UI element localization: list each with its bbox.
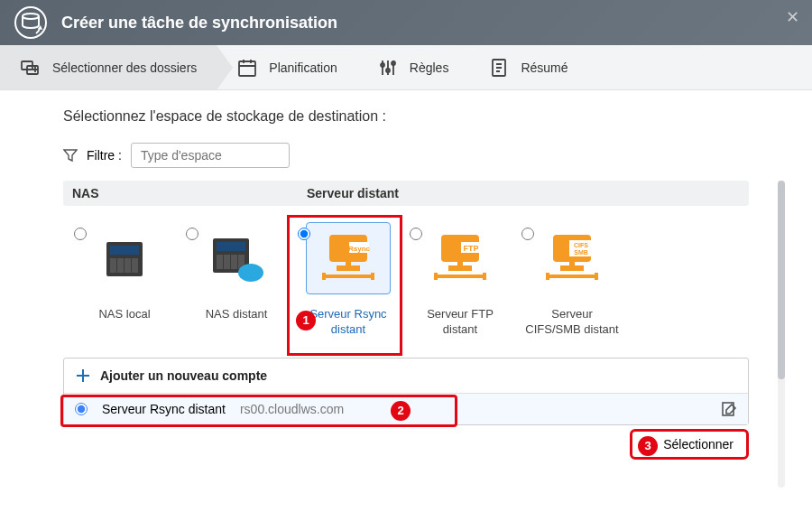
add-account-button[interactable]: Ajouter un nouveau compte	[64, 358, 748, 394]
page-subtitle: Sélectionnez l'espace de stockage de des…	[63, 108, 749, 125]
radio-nas-local[interactable]	[74, 228, 87, 240]
group-nas-label: NAS	[72, 186, 307, 200]
callout-badge-3: 3	[638, 436, 658, 456]
svg-rect-26	[337, 265, 360, 271]
svg-rect-46	[546, 273, 549, 280]
radio-cifs[interactable]	[521, 228, 534, 240]
select-button-label: Sélectionner	[663, 437, 734, 451]
vertical-scrollbar[interactable]	[778, 181, 785, 488]
option-nas-local-label: NAS local	[98, 307, 150, 322]
select-button[interactable]: 3 Sélectionner	[630, 429, 749, 460]
account-address: rs00.cloudlws.com	[240, 402, 344, 416]
svg-point-1	[23, 14, 39, 19]
step-schedule-label: Planification	[269, 61, 337, 75]
add-account-label: Ajouter un nouveau compte	[100, 368, 267, 383]
rsync-server-icon: Rsync	[318, 229, 378, 287]
option-nas-remote[interactable]: NAS distant	[180, 222, 292, 338]
step-rules[interactable]: Règles	[357, 45, 469, 89]
edit-icon[interactable]	[721, 401, 737, 417]
svg-rect-19	[224, 255, 230, 269]
svg-rect-45	[548, 275, 596, 278]
ftp-server-icon: FTP	[430, 229, 490, 287]
option-cifs[interactable]: CIFS SMB Serveur CIFS/SMB distant	[516, 222, 628, 338]
option-cifs-label: Serveur CIFS/SMB distant	[522, 307, 622, 338]
svg-rect-17	[217, 242, 245, 251]
plus-icon	[75, 368, 91, 384]
svg-rect-47	[595, 273, 598, 280]
content-area: Sélectionnez l'espace de stockage de des…	[0, 90, 812, 443]
wizard-steps: Sélectionner des dossiers Planification …	[0, 45, 812, 90]
svg-rect-30	[371, 273, 374, 280]
nas-local-icon	[99, 233, 150, 284]
close-icon[interactable]: ✕	[786, 9, 799, 25]
svg-rect-15	[132, 258, 138, 273]
destination-options: NAS local NAS distant R	[63, 206, 749, 347]
svg-rect-35	[457, 262, 463, 265]
sliders-icon	[377, 57, 399, 79]
option-rsync[interactable]: Rsync Serveur Rsync distant 1	[292, 222, 404, 338]
filter-icon	[63, 148, 78, 163]
svg-text:CIFS: CIFS	[574, 242, 588, 248]
option-ftp-label: Serveur FTP distant	[411, 307, 510, 338]
svg-rect-34	[448, 265, 472, 271]
group-remote-label: Serveur distant	[307, 186, 740, 200]
filter-row: Filtre :	[63, 143, 749, 168]
svg-rect-13	[117, 258, 124, 273]
svg-rect-36	[436, 275, 484, 278]
folders-icon	[20, 57, 42, 79]
window-title: Créer une tâche de synchronisation	[61, 14, 337, 33]
svg-rect-11	[110, 246, 139, 255]
step-rules-label: Règles	[410, 61, 449, 75]
titlebar: Créer une tâche de synchronisation ✕	[0, 0, 812, 45]
svg-rect-5	[239, 61, 255, 76]
sync-app-icon	[14, 6, 47, 39]
svg-point-0	[15, 7, 46, 38]
scrollbar-thumb[interactable]	[778, 181, 785, 379]
step-schedule[interactable]: Planification	[217, 45, 357, 89]
svg-rect-38	[483, 273, 486, 280]
svg-rect-44	[569, 262, 575, 265]
document-icon	[488, 57, 510, 79]
callout-badge-2: 2	[391, 401, 411, 421]
option-nas-local[interactable]: NAS local	[69, 222, 180, 338]
account-type: Serveur Rsync distant	[102, 402, 226, 416]
svg-text:Rsync: Rsync	[348, 245, 371, 253]
radio-account[interactable]	[75, 403, 88, 415]
svg-rect-18	[217, 255, 223, 269]
step-summary[interactable]: Résumé	[468, 45, 587, 89]
svg-rect-12	[110, 258, 116, 273]
svg-rect-27	[346, 262, 351, 265]
cifs-server-icon: CIFS SMB	[542, 229, 602, 287]
account-box: Ajouter un nouveau compte Serveur Rsync …	[63, 358, 749, 425]
option-nas-remote-label: NAS distant	[206, 307, 268, 322]
radio-ftp[interactable]	[410, 228, 422, 240]
svg-text:SMB: SMB	[574, 249, 588, 256]
step-folders-label: Sélectionner des dossiers	[52, 61, 197, 75]
group-headers: NAS Serveur distant	[63, 181, 749, 206]
svg-rect-20	[231, 255, 237, 269]
svg-rect-28	[324, 275, 373, 278]
callout-badge-1: 1	[296, 311, 316, 330]
svg-rect-29	[322, 273, 326, 280]
radio-nas-remote[interactable]	[186, 228, 198, 240]
svg-text:FTP: FTP	[464, 244, 479, 253]
filter-label: Filtre :	[87, 148, 122, 163]
filter-input[interactable]	[131, 143, 290, 168]
option-ftp[interactable]: FTP Serveur FTP distant	[404, 222, 516, 338]
svg-point-22	[238, 264, 263, 282]
nas-remote-icon	[208, 231, 265, 285]
step-summary-label: Résumé	[521, 61, 567, 75]
svg-rect-37	[434, 273, 438, 280]
calendar-icon	[236, 57, 258, 79]
svg-rect-43	[560, 265, 584, 271]
step-folders[interactable]: Sélectionner des dossiers	[0, 45, 217, 89]
svg-rect-14	[125, 258, 131, 273]
radio-rsync[interactable]	[298, 228, 310, 240]
